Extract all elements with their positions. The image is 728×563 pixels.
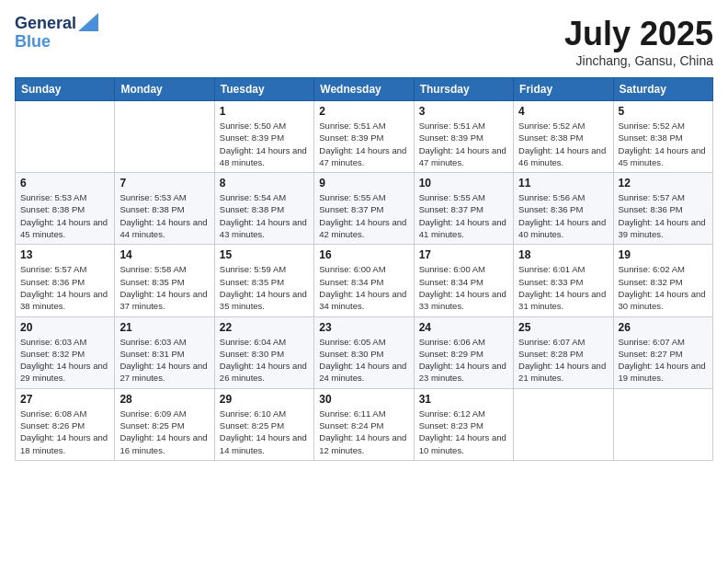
day-info: Sunrise: 6:01 AM Sunset: 8:33 PM Dayligh… — [518, 263, 608, 312]
calendar-cell: 10Sunrise: 5:55 AM Sunset: 8:37 PM Dayli… — [414, 173, 513, 245]
day-info: Sunrise: 5:50 AM Sunset: 8:39 PM Dayligh… — [220, 120, 309, 168]
calendar-cell: 18Sunrise: 6:01 AM Sunset: 8:33 PM Dayli… — [514, 245, 613, 316]
day-number: 25 — [518, 321, 608, 334]
calendar-header-row: SundayMondayTuesdayWednesdayThursdayFrid… — [16, 78, 713, 101]
calendar-cell: 13Sunrise: 5:57 AM Sunset: 8:36 PM Dayli… — [16, 245, 115, 316]
calendar-cell: 1Sunrise: 5:50 AM Sunset: 8:39 PM Daylig… — [214, 101, 313, 173]
day-number: 16 — [319, 248, 408, 261]
month-title: July 2025 — [564, 15, 713, 53]
day-info: Sunrise: 6:00 AM Sunset: 8:34 PM Dayligh… — [319, 263, 408, 312]
calendar-week-4: 20Sunrise: 6:03 AM Sunset: 8:32 PM Dayli… — [16, 316, 713, 388]
day-number: 28 — [119, 393, 209, 406]
day-info: Sunrise: 6:11 AM Sunset: 8:24 PM Dayligh… — [319, 408, 408, 456]
weekday-header-thursday: Thursday — [414, 78, 513, 101]
day-info: Sunrise: 5:55 AM Sunset: 8:37 PM Dayligh… — [319, 191, 408, 240]
day-info: Sunrise: 5:54 AM Sunset: 8:38 PM Dayligh… — [220, 191, 309, 240]
calendar-cell: 24Sunrise: 6:06 AM Sunset: 8:29 PM Dayli… — [414, 316, 513, 388]
logo: General Blue — [15, 15, 98, 52]
day-info: Sunrise: 5:55 AM Sunset: 8:37 PM Dayligh… — [419, 191, 508, 240]
day-info: Sunrise: 5:57 AM Sunset: 8:36 PM Dayligh… — [20, 263, 109, 312]
calendar-cell: 30Sunrise: 6:11 AM Sunset: 8:24 PM Dayli… — [314, 388, 414, 460]
day-info: Sunrise: 6:03 AM Sunset: 8:31 PM Dayligh… — [119, 336, 209, 385]
calendar-cell — [16, 101, 115, 173]
calendar-table: SundayMondayTuesdayWednesdayThursdayFrid… — [15, 77, 713, 461]
calendar-cell: 6Sunrise: 5:53 AM Sunset: 8:38 PM Daylig… — [16, 173, 115, 245]
day-number: 11 — [518, 177, 608, 190]
day-number: 29 — [220, 393, 309, 406]
calendar-body: 1Sunrise: 5:50 AM Sunset: 8:39 PM Daylig… — [16, 101, 713, 461]
calendar-cell: 14Sunrise: 5:58 AM Sunset: 8:35 PM Dayli… — [115, 245, 214, 316]
calendar-cell: 31Sunrise: 6:12 AM Sunset: 8:23 PM Dayli… — [414, 388, 513, 460]
calendar-cell: 2Sunrise: 5:51 AM Sunset: 8:39 PM Daylig… — [314, 101, 414, 173]
day-number: 31 — [419, 393, 508, 406]
calendar-cell: 26Sunrise: 6:07 AM Sunset: 8:27 PM Dayli… — [613, 316, 712, 388]
calendar-cell: 16Sunrise: 6:00 AM Sunset: 8:34 PM Dayli… — [314, 245, 414, 316]
logo-icon — [78, 13, 98, 31]
calendar-cell: 8Sunrise: 5:54 AM Sunset: 8:38 PM Daylig… — [214, 173, 313, 245]
calendar-cell: 22Sunrise: 6:04 AM Sunset: 8:30 PM Dayli… — [214, 316, 313, 388]
day-info: Sunrise: 6:12 AM Sunset: 8:23 PM Dayligh… — [419, 408, 508, 456]
logo-text-blue: Blue — [15, 33, 51, 52]
day-number: 24 — [419, 321, 508, 334]
calendar-cell: 28Sunrise: 6:09 AM Sunset: 8:25 PM Dayli… — [115, 388, 214, 460]
day-number: 27 — [20, 393, 109, 406]
calendar-cell — [613, 388, 712, 460]
calendar-cell: 4Sunrise: 5:52 AM Sunset: 8:38 PM Daylig… — [514, 101, 613, 173]
day-info: Sunrise: 5:59 AM Sunset: 8:35 PM Dayligh… — [220, 263, 309, 312]
calendar-week-5: 27Sunrise: 6:08 AM Sunset: 8:26 PM Dayli… — [16, 388, 713, 460]
logo-text-general: General — [15, 15, 76, 33]
weekday-header-tuesday: Tuesday — [214, 78, 313, 101]
day-number: 5 — [619, 105, 708, 118]
day-info: Sunrise: 6:09 AM Sunset: 8:25 PM Dayligh… — [119, 408, 209, 456]
day-info: Sunrise: 6:08 AM Sunset: 8:26 PM Dayligh… — [20, 408, 109, 456]
day-info: Sunrise: 5:51 AM Sunset: 8:39 PM Dayligh… — [319, 120, 408, 168]
day-info: Sunrise: 5:52 AM Sunset: 8:38 PM Dayligh… — [619, 120, 708, 168]
day-info: Sunrise: 6:04 AM Sunset: 8:30 PM Dayligh… — [220, 336, 309, 385]
day-number: 6 — [20, 177, 109, 190]
calendar-cell: 21Sunrise: 6:03 AM Sunset: 8:31 PM Dayli… — [115, 316, 214, 388]
calendar-cell: 29Sunrise: 6:10 AM Sunset: 8:25 PM Dayli… — [214, 388, 313, 460]
calendar-cell: 15Sunrise: 5:59 AM Sunset: 8:35 PM Dayli… — [214, 245, 313, 316]
day-info: Sunrise: 6:10 AM Sunset: 8:25 PM Dayligh… — [220, 408, 309, 456]
day-number: 4 — [518, 105, 608, 118]
day-info: Sunrise: 6:00 AM Sunset: 8:34 PM Dayligh… — [419, 263, 508, 312]
svg-marker-0 — [78, 13, 98, 31]
day-number: 15 — [220, 248, 309, 261]
calendar-cell — [514, 388, 613, 460]
day-number: 23 — [319, 321, 408, 334]
calendar-cell: 12Sunrise: 5:57 AM Sunset: 8:36 PM Dayli… — [613, 173, 712, 245]
day-number: 12 — [619, 177, 708, 190]
day-number: 10 — [419, 177, 508, 190]
day-number: 18 — [518, 248, 608, 261]
day-info: Sunrise: 5:52 AM Sunset: 8:38 PM Dayligh… — [518, 120, 608, 168]
day-info: Sunrise: 5:53 AM Sunset: 8:38 PM Dayligh… — [119, 191, 209, 240]
day-number: 26 — [619, 321, 708, 334]
day-number: 19 — [619, 248, 708, 261]
weekday-header-monday: Monday — [115, 78, 214, 101]
calendar-cell: 27Sunrise: 6:08 AM Sunset: 8:26 PM Dayli… — [16, 388, 115, 460]
calendar-cell: 19Sunrise: 6:02 AM Sunset: 8:32 PM Dayli… — [613, 245, 712, 316]
day-info: Sunrise: 5:58 AM Sunset: 8:35 PM Dayligh… — [119, 263, 209, 312]
weekday-header-wednesday: Wednesday — [314, 78, 414, 101]
day-info: Sunrise: 5:51 AM Sunset: 8:39 PM Dayligh… — [419, 120, 508, 168]
calendar-cell — [115, 101, 214, 173]
weekday-header-sunday: Sunday — [16, 78, 115, 101]
day-number: 1 — [220, 105, 309, 118]
calendar-week-2: 6Sunrise: 5:53 AM Sunset: 8:38 PM Daylig… — [16, 173, 713, 245]
day-number: 3 — [419, 105, 508, 118]
calendar-week-1: 1Sunrise: 5:50 AM Sunset: 8:39 PM Daylig… — [16, 101, 713, 173]
calendar-cell: 3Sunrise: 5:51 AM Sunset: 8:39 PM Daylig… — [414, 101, 513, 173]
day-number: 30 — [319, 393, 408, 406]
day-number: 14 — [119, 248, 209, 261]
day-info: Sunrise: 6:03 AM Sunset: 8:32 PM Dayligh… — [20, 336, 109, 385]
location: Jinchang, Gansu, China — [564, 53, 713, 68]
calendar-cell: 23Sunrise: 6:05 AM Sunset: 8:30 PM Dayli… — [314, 316, 414, 388]
calendar-cell: 5Sunrise: 5:52 AM Sunset: 8:38 PM Daylig… — [613, 101, 712, 173]
day-info: Sunrise: 5:57 AM Sunset: 8:36 PM Dayligh… — [619, 191, 708, 240]
day-number: 20 — [20, 321, 109, 334]
day-number: 9 — [319, 177, 408, 190]
calendar-cell: 17Sunrise: 6:00 AM Sunset: 8:34 PM Dayli… — [414, 245, 513, 316]
page-header: General Blue July 2025 Jinchang, Gansu, … — [15, 15, 713, 68]
day-number: 2 — [319, 105, 408, 118]
day-number: 17 — [419, 248, 508, 261]
